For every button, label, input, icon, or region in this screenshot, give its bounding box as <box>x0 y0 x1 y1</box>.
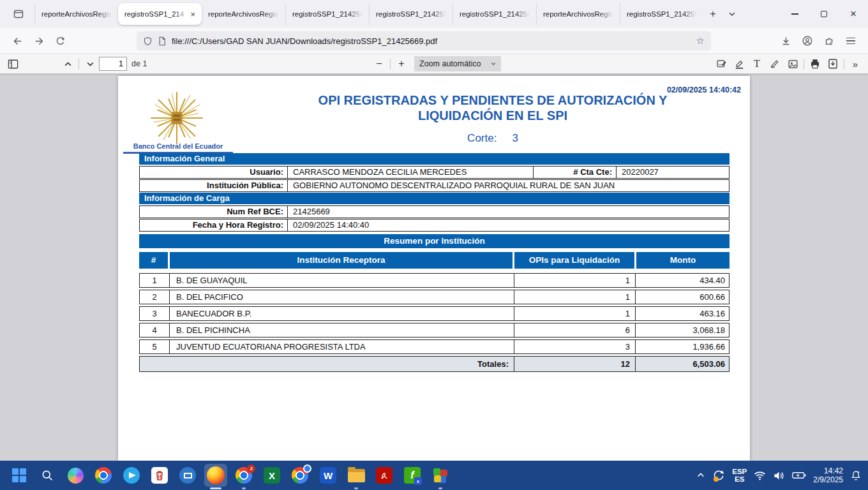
url-text: file:///C:/Users/GAD SAN JUAN/Downloads/… <box>172 36 691 46</box>
tab-8[interactable]: registroSSP1_214255 <box>620 3 703 25</box>
excel-button[interactable]: X <box>260 464 283 487</box>
finance-app-button[interactable]: fx <box>401 464 424 487</box>
table-row: 2 B. DEL PACIFICO 1 600.66 <box>139 290 730 304</box>
tab-label: registroSSP1_214255 <box>376 10 446 18</box>
pdf-print-button[interactable] <box>806 56 824 71</box>
pdf-sidebar-toggle[interactable] <box>4 56 22 71</box>
pdf-text-tool[interactable]: T <box>748 56 766 71</box>
excel-icon: X <box>264 467 280 484</box>
row-fecha-registro: Fecha y Hora Registro: 02/09/2025 14:40:… <box>139 219 730 232</box>
pen-icon <box>770 59 780 69</box>
pdf-image-tool[interactable] <box>784 56 802 71</box>
remote-desktop-button[interactable] <box>176 464 199 487</box>
tray-chevron-up-icon[interactable] <box>696 471 705 480</box>
search-icon <box>41 469 54 482</box>
pdf-signature-tool[interactable] <box>712 56 730 71</box>
page-icon[interactable] <box>158 36 167 46</box>
tab-6[interactable]: registroSSP1_214255 <box>453 3 536 25</box>
wifi-icon[interactable] <box>754 470 766 481</box>
pdf-draw-tool[interactable] <box>766 56 784 71</box>
tab-2-active[interactable]: registroSSP1_214× <box>118 3 202 25</box>
language-indicator[interactable]: ESP ES <box>732 468 747 483</box>
copilot-button[interactable] <box>64 464 87 487</box>
address-bar[interactable]: file:///C:/Users/GAD SAN JUAN/Downloads/… <box>137 31 711 50</box>
sync-status-icon[interactable] <box>712 469 725 482</box>
tab-label: reporteArchivosRegis <box>543 10 613 18</box>
word-icon: W <box>320 467 336 484</box>
pdf-more-tools-button[interactable]: » <box>846 56 864 71</box>
chrome-button[interactable] <box>92 464 115 487</box>
puzzle-icon <box>824 36 835 47</box>
resumen-table-header: # Institución Receptora OPIs para Liquid… <box>139 252 730 269</box>
institucion-value: GOBIERNO AUTONOMO DESCENTRALIZADO PARROQ… <box>288 180 729 191</box>
page-number-input[interactable] <box>99 57 127 71</box>
minimize-button[interactable] <box>780 0 809 28</box>
banco-central-logo <box>149 91 205 145</box>
firefox-button[interactable] <box>204 464 227 487</box>
forward-button[interactable] <box>28 31 50 50</box>
bookmark-star-icon[interactable]: ☆ <box>696 35 705 47</box>
reload-button[interactable] <box>50 31 71 50</box>
telegram-button[interactable] <box>120 464 143 487</box>
corte-label: Corte: <box>467 132 497 144</box>
tab-label: reporteArchivosRegis <box>208 10 279 18</box>
chrome-profile2-button[interactable] <box>288 464 311 487</box>
totales-label: Totales: <box>140 357 514 371</box>
close-button[interactable]: × <box>839 0 868 28</box>
shield-icon[interactable] <box>143 36 153 46</box>
cubes-app-button[interactable] <box>429 464 452 487</box>
tab-label: registroSSP1_214255 <box>460 10 530 18</box>
tab-4[interactable]: registroSSP1_214256 <box>285 3 369 25</box>
pdf-prev-page-button[interactable] <box>59 56 77 71</box>
cubes-icon <box>432 467 449 484</box>
search-button[interactable] <box>36 464 59 487</box>
signature-icon <box>716 59 727 70</box>
volume-icon[interactable] <box>773 470 785 481</box>
pdf-viewer[interactable]: 02/09/2025 14:40:42 <box>0 74 868 461</box>
copilot-icon <box>68 468 84 484</box>
new-tab-button[interactable]: + <box>703 4 722 24</box>
row-num-ref: Num Ref BCE: 21425669 <box>139 205 730 218</box>
clock[interactable]: 14:42 2/9/2025 <box>813 466 843 484</box>
tab-7[interactable]: reporteArchivosRegis <box>536 3 620 25</box>
zoom-out-button[interactable]: − <box>370 56 388 71</box>
pdf-page: 02/09/2025 14:40:42 <box>118 76 750 461</box>
downloads-button[interactable] <box>775 31 797 50</box>
menu-button[interactable] <box>840 31 862 50</box>
tab-3[interactable]: reporteArchivosRegis <box>202 3 285 25</box>
tab-list-dropdown[interactable] <box>722 4 742 24</box>
start-button[interactable] <box>8 464 31 487</box>
language-bottom: ES <box>735 475 744 483</box>
battery-icon[interactable] <box>792 470 806 480</box>
total-opis: 12 <box>514 357 636 371</box>
tab-label: registroSSP1_214255 <box>627 10 697 18</box>
chrome-profile-button[interactable]: J <box>232 464 255 487</box>
extensions-button[interactable] <box>818 31 840 50</box>
recycle-bin-icon <box>151 467 168 484</box>
tab-1[interactable]: reporteArchivosRegis <box>34 3 118 25</box>
pdf-save-button[interactable] <box>824 56 842 71</box>
folder-icon <box>348 469 365 482</box>
screen: reporteArchivosRegis registroSSP1_214× r… <box>0 0 868 490</box>
zoom-in-button[interactable]: + <box>393 56 410 71</box>
cta-cte-value: 20220027 <box>617 167 729 178</box>
file-explorer-button[interactable] <box>345 464 368 487</box>
maximize-button[interactable] <box>809 0 839 28</box>
tab-close-icon[interactable]: × <box>190 10 195 19</box>
navigation-bar: file:///C:/Users/GAD SAN JUAN/Downloads/… <box>0 28 868 54</box>
acrobat-button[interactable] <box>373 464 396 487</box>
account-button[interactable] <box>797 31 818 50</box>
chevron-down-icon <box>491 61 496 66</box>
recycle-app-button[interactable] <box>148 464 171 487</box>
notification-bell-icon[interactable]: z <box>850 470 862 481</box>
table-row: 1 B. DE GUAYAQUIL 1 434.40 <box>139 273 730 288</box>
col-monto: Monto <box>636 252 730 269</box>
tab-5[interactable]: registroSSP1_214255 <box>369 3 453 25</box>
zoom-select[interactable]: Zoom automático <box>414 56 501 71</box>
profile-badge: J <box>247 464 255 473</box>
pdf-highlight-tool[interactable] <box>730 56 748 71</box>
pdf-next-page-button[interactable] <box>81 56 99 71</box>
back-button[interactable] <box>6 31 28 50</box>
word-button[interactable]: W <box>317 464 340 487</box>
firefox-view-button[interactable] <box>8 4 29 24</box>
